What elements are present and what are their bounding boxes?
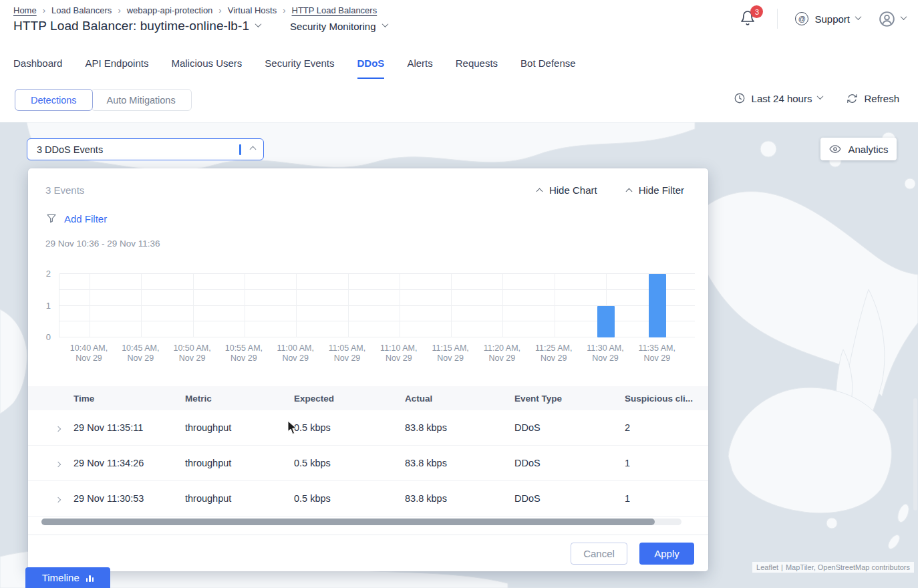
y-tick-label: 2 [31, 269, 51, 279]
refresh-button[interactable]: Refresh [847, 93, 899, 104]
table-body: 29 Nov 11:35:11throughput0.5 kbps83.8 kb… [28, 410, 708, 517]
panel-footer: Cancel Apply [28, 535, 708, 571]
chevron-up-icon[interactable] [250, 146, 257, 153]
breadcrumb-item[interactable]: Virtual Hosts [228, 5, 277, 15]
x-tick-label: 11:35 AM,Nov 29 [627, 343, 687, 363]
segment-auto-mitigations[interactable]: Auto Mitigations [91, 89, 192, 111]
table-cell: 1 [625, 458, 708, 468]
expand-row-button[interactable] [56, 422, 73, 433]
events-table: TimeMetricExpectedActualEvent TypeSuspic… [28, 386, 708, 517]
expand-row-button[interactable] [56, 458, 73, 468]
chevron-right-icon [55, 497, 61, 502]
breadcrumb-separator-icon: › [218, 5, 221, 15]
segment-detections[interactable]: Detections [15, 89, 93, 111]
horizontal-scrollbar-track[interactable] [41, 519, 681, 525]
analytics-button[interactable]: Analytics [820, 138, 897, 160]
chevron-right-icon [55, 426, 61, 432]
y-tick-label: 0 [31, 332, 51, 342]
tab-malicious-users[interactable]: Malicious Users [171, 57, 242, 79]
table-cell: 29 Nov 11:35:11 [73, 422, 185, 433]
support-menu[interactable]: Support [795, 12, 861, 25]
panel-toggles: Hide Chart Hide Filter [537, 184, 684, 196]
table-cell: throughput [185, 493, 294, 504]
events-dropdown-value: 3 DDoS Events [37, 144, 239, 155]
timeline-button[interactable]: Timeline [25, 567, 110, 588]
breadcrumb: Home›Load Balancers›webapp-api-protectio… [13, 5, 377, 15]
chart-bar[interactable] [597, 306, 615, 338]
chart-bar[interactable] [649, 274, 666, 337]
page-scrollbar[interactable] [913, 398, 917, 510]
chart-gridline [59, 273, 695, 274]
eye-icon [828, 142, 842, 156]
x-tick-time: 11:35 AM, [627, 343, 687, 353]
column-header[interactable]: Metric [185, 394, 294, 404]
chart-gridline [400, 274, 400, 337]
column-header[interactable]: Actual [405, 394, 514, 404]
chevron-down-icon [901, 13, 907, 20]
segmented-control: DetectionsAuto Mitigations [15, 89, 192, 111]
column-header[interactable]: Event Type [514, 394, 625, 404]
text-caret [239, 144, 241, 155]
table-row[interactable]: 29 Nov 11:35:11throughput0.5 kbps83.8 kb… [28, 410, 708, 446]
horizontal-scrollbar-thumb[interactable] [41, 519, 655, 525]
hide-chart-label: Hide Chart [549, 184, 597, 196]
notification-badge: 3 [750, 5, 763, 18]
tab-bot-defense[interactable]: Bot Defense [520, 57, 576, 79]
ddos-events-panel: 3 Events Hide Chart Hide Filter Add Filt… [28, 168, 708, 571]
hide-filter-toggle[interactable]: Hide Filter [627, 184, 684, 196]
x-tick-date: Nov 29 [627, 353, 687, 363]
timeline-chart-icon [86, 574, 94, 582]
notifications-button[interactable]: 3 [740, 10, 757, 27]
tab-bar: DashboardAPI EndpointsMalicious UsersSec… [13, 57, 576, 79]
hide-chart-toggle[interactable]: Hide Chart [537, 184, 597, 196]
column-header[interactable]: Time [73, 394, 185, 404]
column-header[interactable]: Expected [294, 394, 405, 404]
column-header[interactable]: Suspicious cli... [625, 394, 708, 404]
table-row[interactable]: 29 Nov 11:30:53throughput0.5 kbps83.8 kb… [28, 481, 708, 517]
attribution-leaflet-link[interactable]: Leaflet [756, 563, 778, 571]
table-cell: throughput [185, 422, 294, 433]
chart-gridline [141, 274, 142, 337]
page-title: HTTP Load Balancer: buytime-online-lb-1 [13, 19, 249, 33]
table-cell: DDoS [514, 422, 625, 433]
chart-date-range: 29 Nov 10:36 - 29 Nov 11:36 [45, 239, 160, 249]
events-count: 3 Events [45, 184, 84, 196]
breadcrumb-item[interactable]: Load Balancers [51, 5, 112, 15]
tab-dashboard[interactable]: Dashboard [13, 57, 62, 79]
tab-security-events[interactable]: Security Events [265, 57, 334, 79]
tab-api-endpoints[interactable]: API Endpoints [85, 57, 148, 79]
account-menu[interactable] [878, 10, 906, 28]
breadcrumb-item[interactable]: Home [13, 5, 37, 15]
cancel-button[interactable]: Cancel [571, 543, 627, 565]
chart-gridline [90, 274, 90, 337]
timeline-label: Timeline [42, 572, 80, 583]
table-cell: 29 Nov 11:30:53 [73, 493, 185, 504]
table-cell: 0.5 kbps [294, 458, 405, 468]
header-divider [777, 9, 778, 29]
chart-gridline [555, 274, 555, 337]
tab-ddos[interactable]: DDoS [357, 57, 385, 79]
time-range-label: Last 24 hours [752, 93, 812, 104]
hide-filter-label: Hide Filter [639, 184, 684, 196]
table-row[interactable]: 29 Nov 11:34:26throughput0.5 kbps83.8 kb… [28, 446, 708, 481]
events-chart: 012 10:40 AM,Nov 2910:45 AM,Nov 2910:50 … [28, 262, 708, 376]
chevron-right-icon [55, 462, 61, 467]
title-row: HTTP Load Balancer: buytime-online-lb-1 … [13, 19, 388, 33]
time-range-dropdown[interactable]: Last 24 hours [734, 92, 823, 104]
chart-x-axis: 10:40 AM,Nov 2910:45 AM,Nov 2910:50 AM,N… [59, 343, 695, 366]
table-cell: 83.8 kbps [405, 422, 514, 433]
expand-row-button[interactable] [56, 493, 73, 504]
section-menu-dropdown[interactable]: Security Monitoring [290, 21, 387, 32]
chart-gridline [502, 274, 503, 337]
tab-alerts[interactable]: Alerts [407, 57, 432, 79]
chart-gridline [245, 274, 245, 337]
add-filter-button[interactable]: Add Filter [45, 212, 107, 225]
support-label: Support [814, 13, 850, 25]
breadcrumb-item[interactable]: webapp-api-protection [127, 5, 213, 15]
breadcrumb-item[interactable]: HTTP Load Balancers [292, 5, 377, 15]
title-chevron-down-icon[interactable] [255, 21, 262, 27]
tab-requests[interactable]: Requests [456, 57, 498, 79]
apply-button[interactable]: Apply [639, 543, 694, 565]
chevron-up-icon [536, 188, 543, 195]
events-dropdown-input[interactable]: 3 DDoS Events [27, 138, 264, 160]
